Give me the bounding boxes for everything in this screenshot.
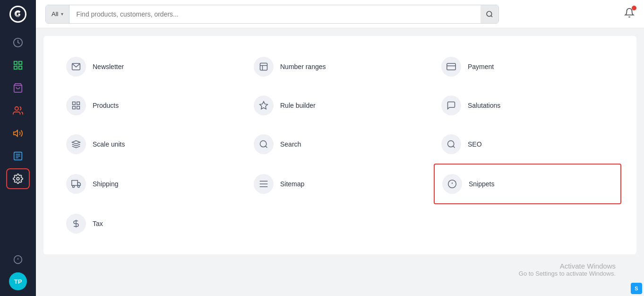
search-button[interactable] (481, 5, 498, 23)
svg-rect-3 (14, 61, 17, 64)
shipping-icon (66, 174, 86, 194)
sidebar-item-customers[interactable] (6, 100, 30, 121)
salutations-icon (441, 96, 461, 115)
number-ranges-label: Number ranges (280, 63, 326, 70)
svg-point-14 (17, 177, 19, 180)
rule-builder-label: Rule builder (280, 102, 316, 109)
sidebar-item-dashboard[interactable] (6, 32, 30, 53)
payment-label: Payment (468, 63, 494, 70)
svg-rect-28 (73, 106, 76, 109)
products-label: Products (93, 102, 119, 109)
search-filter-dropdown[interactable]: All ▾ (46, 5, 69, 23)
newsletter-label: Newsletter (93, 63, 124, 70)
sidebar-navigation (6, 28, 30, 251)
svg-point-36 (73, 185, 75, 187)
svg-rect-21 (260, 63, 267, 70)
settings-card: Newsletter Number ranges Payment (43, 36, 636, 254)
svg-line-19 (491, 16, 492, 17)
svg-text:G: G (16, 10, 20, 17)
settings-item-sitemap[interactable]: Sitemap (246, 164, 434, 204)
search-input[interactable] (69, 5, 481, 23)
sidebar-item-settings[interactable] (6, 168, 30, 189)
svg-rect-23 (447, 63, 455, 70)
activation-title: Activate Windows (519, 262, 616, 270)
shipping-label: Shipping (93, 180, 119, 188)
chevron-down-icon: ▾ (61, 11, 63, 17)
shopware-badge: S (631, 283, 642, 294)
main-area: All ▾ Newsletter (36, 0, 644, 296)
svg-point-8 (15, 107, 18, 110)
content-area: Newsletter Number ranges Payment (36, 28, 644, 296)
search-bar: All ▾ (45, 5, 499, 24)
svg-rect-25 (73, 102, 76, 105)
settings-item-payment[interactable]: Payment (434, 47, 621, 86)
svg-point-32 (448, 141, 454, 147)
svg-point-30 (260, 141, 266, 147)
snippets-label: Snippets (469, 180, 494, 188)
sidebar-item-marketing[interactable] (6, 123, 30, 144)
settings-item-products[interactable]: Products (59, 86, 246, 125)
sitemap-icon (254, 174, 274, 194)
activation-watermark: Activate Windows Go to Settings to activ… (519, 262, 616, 277)
settings-item-seo[interactable]: SEO (434, 125, 621, 164)
svg-rect-27 (77, 106, 80, 109)
settings-item-newsletter[interactable]: Newsletter (59, 47, 246, 86)
svg-rect-5 (19, 66, 22, 69)
sidebar-item-content[interactable] (6, 146, 30, 166)
seo-icon (441, 134, 461, 154)
products-icon (66, 96, 86, 115)
settings-item-number-ranges[interactable]: Number ranges (246, 47, 434, 86)
svg-marker-9 (14, 131, 17, 137)
notification-bell[interactable] (624, 8, 635, 21)
scale-units-label: Scale units (93, 140, 125, 148)
sidebar-item-orders[interactable] (6, 78, 30, 98)
svg-rect-6 (14, 66, 17, 69)
settings-item-search[interactable]: Search (246, 125, 434, 164)
rule-builder-icon (254, 96, 274, 115)
seo-label: SEO (468, 140, 482, 148)
settings-item-scale-units[interactable]: Scale units (59, 125, 246, 164)
scale-units-icon (66, 134, 86, 154)
svg-rect-26 (77, 102, 80, 105)
search-label: Search (280, 140, 301, 148)
salutations-label: Salutations (468, 102, 500, 109)
svg-line-33 (453, 146, 455, 148)
svg-point-18 (487, 11, 492, 17)
newsletter-icon (66, 57, 86, 77)
svg-line-31 (266, 146, 267, 148)
settings-item-shipping[interactable]: Shipping (59, 164, 246, 204)
sidebar: G (0, 0, 36, 296)
settings-grid: Newsletter Number ranges Payment (59, 47, 621, 243)
notification-badge (632, 6, 636, 10)
payment-icon (441, 57, 461, 77)
settings-item-salutations[interactable]: Salutations (434, 86, 621, 125)
tax-label: Tax (93, 220, 103, 227)
search-filter-label: All (52, 10, 58, 17)
svg-rect-4 (19, 61, 22, 64)
svg-point-37 (77, 185, 79, 187)
svg-marker-35 (77, 183, 80, 186)
sidebar-logo: G (0, 0, 36, 28)
topbar: All ▾ (36, 0, 644, 28)
sidebar-item-help[interactable] (9, 251, 27, 269)
svg-rect-34 (72, 181, 78, 186)
app-logo[interactable]: G (9, 6, 26, 23)
settings-item-tax[interactable]: Tax (59, 204, 246, 243)
tax-icon (66, 214, 86, 234)
user-avatar[interactable]: TP (9, 272, 27, 290)
snippets-icon (442, 174, 462, 194)
svg-marker-29 (260, 102, 268, 109)
sidebar-bottom: TP (9, 251, 27, 296)
search-settings-icon (254, 134, 274, 154)
settings-item-snippets[interactable]: Snippets (434, 164, 621, 204)
number-ranges-icon (254, 57, 274, 77)
activation-subtitle: Go to Settings to activate Windows. (519, 270, 616, 277)
settings-item-rule-builder[interactable]: Rule builder (246, 86, 434, 125)
sitemap-label: Sitemap (280, 180, 304, 188)
sidebar-item-catalog[interactable] (6, 55, 30, 76)
